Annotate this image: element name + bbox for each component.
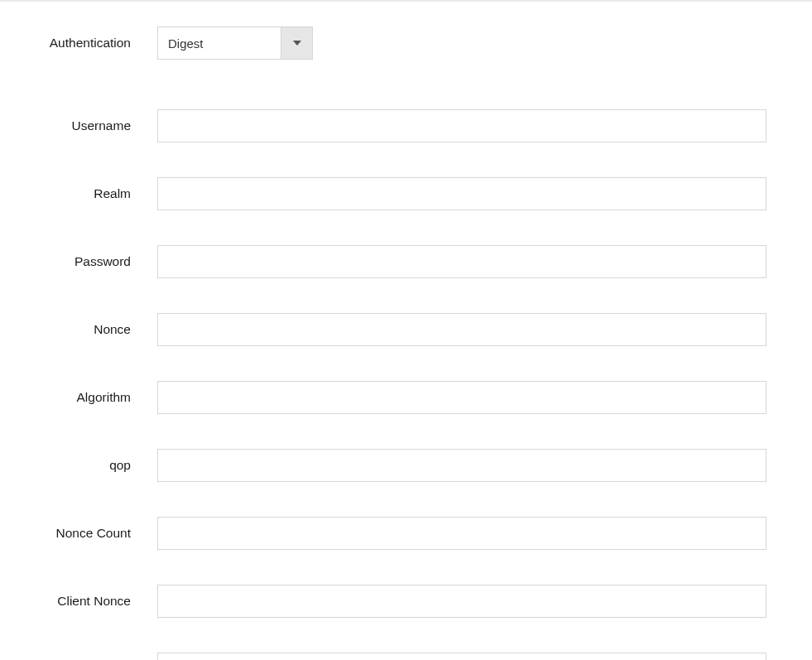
algorithm-label: Algorithm [25,390,157,405]
nonce-label: Nonce [25,322,157,337]
qop-label: qop [25,458,157,473]
realm-row: Realm [25,177,787,210]
chevron-down-icon [293,41,301,46]
qop-row: qop [25,449,787,482]
client-nonce-row: Client Nonce [25,585,787,618]
password-input[interactable] [157,245,766,278]
nonce-count-row: Nonce Count [25,517,787,550]
authentication-label: Authentication [25,36,157,51]
client-nonce-input[interactable] [157,585,766,618]
opaque-input[interactable] [157,653,766,660]
password-row: Password [25,245,787,278]
nonce-input[interactable] [157,313,766,346]
nonce-row: Nonce [25,313,787,346]
qop-input[interactable] [157,449,766,482]
authentication-row: Authentication Digest [25,26,787,60]
algorithm-row: Algorithm [25,381,787,414]
username-input[interactable] [157,109,766,142]
algorithm-input[interactable] [157,381,766,414]
username-label: Username [25,118,157,133]
realm-input[interactable] [157,177,766,210]
authentication-input-col: Digest [157,26,766,60]
password-label: Password [25,254,157,269]
nonce-count-label: Nonce Count [25,526,157,541]
authentication-form: Authentication Digest Username Realm Pas… [0,26,812,660]
authentication-select-arrow[interactable] [281,27,312,59]
realm-label: Realm [25,186,157,201]
top-divider [0,0,812,2]
client-nonce-label: Client Nonce [25,594,157,609]
opaque-row: Opaque [25,653,787,660]
nonce-count-input[interactable] [157,517,766,550]
username-row: Username [25,109,787,142]
authentication-select[interactable]: Digest [157,26,313,60]
authentication-select-value: Digest [158,27,281,59]
